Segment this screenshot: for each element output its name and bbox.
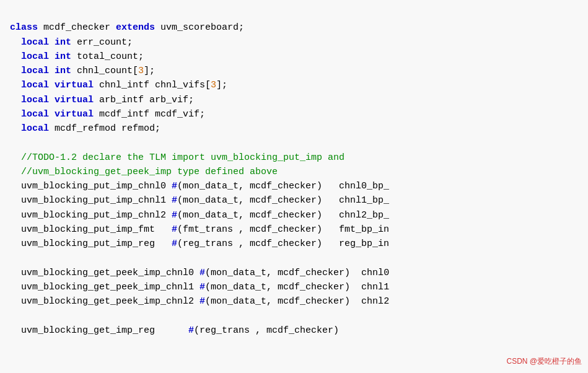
line8: local mcdf_refmod refmod; (10, 123, 160, 134)
code-block: class mcdf_checker extends uvm_scoreboar… (0, 0, 588, 344)
line19: uvm_blocking_get_peek_imp_chnl1 #(mon_da… (10, 282, 389, 292)
line4: local int chnl_count[3]; (10, 66, 155, 76)
watermark-text: CSDN @爱吃橙子的鱼 (506, 356, 582, 367)
line20: uvm_blocking_get_peek_imp_chnl2 #(mon_da… (10, 296, 389, 307)
line14: uvm_blocking_put_imp_chnl2 #(mon_data_t,… (10, 210, 389, 221)
line16: uvm_blocking_put_imp_reg #(reg_trans , m… (10, 239, 389, 249)
line15: uvm_blocking_put_imp_fmt #(fmt_trans , m… (10, 224, 389, 235)
line22: uvm_blocking_get_imp_reg #(reg_trans , m… (10, 325, 339, 336)
line7: local virtual mcdf_intf mcdf_vif; (10, 109, 205, 120)
line12: uvm_blocking_put_imp_chnl0 #(mon_data_t,… (10, 181, 389, 191)
line6: local virtual arb_intf arb_vif; (10, 95, 194, 105)
line1: class mcdf_checker extends uvm_scoreboar… (10, 22, 244, 33)
line13: uvm_blocking_put_imp_chnl1 #(mon_data_t,… (10, 195, 389, 206)
line11: //uvm_blocking_get_peek_imp type defined… (10, 167, 278, 177)
line10: //TODO-1.2 declare the TLM import uvm_bl… (10, 152, 344, 163)
line18: uvm_blocking_get_peek_imp_chnl0 #(mon_da… (10, 268, 389, 278)
line3: local int total_count; (10, 51, 144, 62)
line5: local virtual chnl_intf chnl_vifs[3]; (10, 80, 227, 90)
line2: local int err_count; (10, 37, 133, 48)
